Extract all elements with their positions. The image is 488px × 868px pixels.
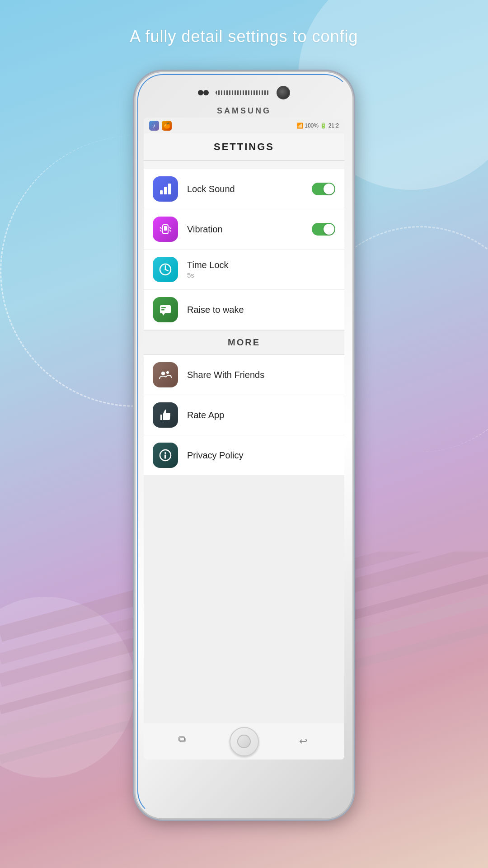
time-lock-sublabel: 5s: [187, 271, 335, 279]
speaker-dot: [203, 90, 209, 95]
info-svg: [159, 448, 172, 462]
recents-button[interactable]: [174, 730, 197, 753]
spacer-top: [144, 161, 344, 169]
settings-list: Lock Sound: [144, 169, 344, 330]
status-bar-right: 📶 100% 🔋 21:2: [296, 123, 339, 129]
lock-sound-label: Lock Sound: [187, 184, 312, 194]
phone-vibrate-svg: [159, 222, 172, 236]
rate-app-label: Rate App: [187, 410, 335, 420]
time-lock-label: Time Lock: [187, 260, 335, 270]
bar-chart-svg: [159, 182, 172, 196]
status-bar: ♪ 🍊 📶 100% 🔋 21:2: [144, 118, 344, 133]
more-settings-list: Share With Friends Rate App: [144, 355, 344, 476]
back-arrow-icon: ↩: [299, 736, 307, 747]
svg-rect-0: [160, 190, 163, 194]
clock-svg: [159, 263, 172, 276]
privacy-policy-text: Privacy Policy: [187, 450, 335, 461]
lock-sound-toggle[interactable]: [312, 183, 335, 195]
phone-device: SAMSUNG ♪ 🍊 📶 100% 🔋 21:2 SETTINGS: [136, 72, 352, 818]
home-button[interactable]: [230, 727, 259, 756]
svg-rect-2: [168, 184, 171, 194]
lock-sound-icon: [153, 176, 178, 202]
vibration-text: Vibration: [187, 224, 312, 235]
earpiece-speaker: [216, 90, 270, 95]
svg-point-17: [161, 372, 165, 375]
svg-line-5: [160, 227, 161, 229]
rate-app-icon: [153, 402, 178, 428]
share-friends-text: Share With Friends: [187, 370, 335, 380]
status-bar-left: ♪ 🍊: [149, 121, 172, 131]
svg-point-18: [166, 371, 169, 374]
lock-sound-toggle-knob: [324, 184, 334, 194]
svg-rect-15: [161, 309, 164, 311]
brand-label: SAMSUNG: [136, 106, 352, 116]
svg-point-12: [165, 269, 166, 270]
rate-app-text: Rate App: [187, 410, 335, 420]
more-section-header: MORE: [144, 330, 344, 355]
battery-wifi-text: 📶 100% 🔋 21:2: [296, 123, 339, 129]
privacy-policy-label: Privacy Policy: [187, 450, 335, 461]
svg-rect-21: [164, 455, 166, 459]
phone-screen: ♪ 🍊 📶 100% 🔋 21:2 SETTINGS: [144, 118, 344, 760]
front-camera-dot: [198, 90, 203, 95]
tagline: A fully detail settings to config: [0, 27, 488, 46]
message-svg: [159, 303, 172, 316]
settings-item-rate-app[interactable]: Rate App: [144, 395, 344, 435]
status-icon-app: 🍊: [162, 121, 172, 131]
phone-body: SAMSUNG ♪ 🍊 📶 100% 🔋 21:2 SETTINGS: [136, 72, 352, 818]
settings-item-vibration[interactable]: Vibration: [144, 209, 344, 250]
vibration-icon: [153, 217, 178, 242]
more-section-label: MORE: [228, 337, 260, 348]
settings-item-share-with-friends[interactable]: Share With Friends: [144, 355, 344, 395]
thumbs-up-svg: [159, 408, 172, 422]
time-lock-icon: [153, 257, 178, 282]
time-lock-text: Time Lock 5s: [187, 260, 335, 279]
phone-bottom-nav: ↩: [144, 723, 344, 760]
settings-item-lock-sound[interactable]: Lock Sound: [144, 169, 344, 209]
raise-to-wake-label: Raise to wake: [187, 305, 335, 315]
svg-rect-4: [164, 226, 167, 231]
settings-item-privacy-policy[interactable]: Privacy Policy: [144, 435, 344, 476]
svg-rect-1: [164, 187, 167, 194]
vibration-label: Vibration: [187, 224, 312, 235]
settings-item-time-lock[interactable]: Time Lock 5s: [144, 250, 344, 290]
svg-rect-14: [161, 307, 166, 308]
share-friends-label: Share With Friends: [187, 370, 335, 380]
vibration-toggle[interactable]: [312, 223, 335, 236]
share-friends-svg: [159, 368, 172, 382]
phone-hardware-top: [136, 86, 352, 99]
lock-sound-text: Lock Sound: [187, 184, 312, 194]
svg-line-6: [160, 230, 161, 231]
status-icon-music: ♪: [149, 121, 159, 131]
raise-to-wake-text: Raise to wake: [187, 305, 335, 315]
svg-marker-16: [162, 313, 165, 316]
settings-item-raise-to-wake[interactable]: Raise to wake: [144, 290, 344, 330]
vibration-toggle-knob: [324, 224, 334, 235]
svg-line-7: [169, 227, 171, 229]
home-button-inner: [237, 735, 251, 748]
svg-line-8: [169, 230, 171, 231]
settings-title: SETTINGS: [214, 141, 274, 153]
recents-icon: [178, 736, 192, 747]
raise-to-wake-icon: [153, 297, 178, 322]
svg-point-20: [164, 452, 166, 454]
settings-header: SETTINGS: [144, 133, 344, 160]
front-camera: [277, 86, 290, 99]
privacy-policy-icon: [153, 443, 178, 468]
back-button[interactable]: ↩: [292, 730, 314, 753]
share-friends-icon: [153, 362, 178, 387]
svg-rect-13: [160, 305, 171, 313]
